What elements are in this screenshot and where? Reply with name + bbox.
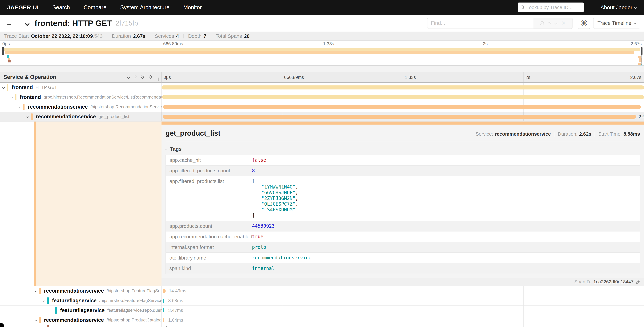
operation-name: /hipstershop.FeatureFlagService…	[106, 288, 162, 294]
clear-find-icon[interactable]: ✕	[562, 21, 566, 26]
collapse-span-chevron-icon[interactable]	[2, 86, 5, 88]
collapse-span-chevron-icon[interactable]	[10, 96, 13, 98]
span-duration-label: 2.62s	[639, 114, 644, 119]
timeline-column-header: Service & Operation 0μs 666.89ms 1.33s 2…	[0, 72, 644, 82]
span-bar[interactable]	[166, 326, 167, 327]
minimap-tick-labels: 0μs 666.89ms 1.33s 2s 2.67s	[0, 40, 644, 47]
service-name: frontend	[12, 84, 33, 90]
operation-name: get_product_list	[98, 114, 130, 119]
nav-item-monitor[interactable]: Monitor	[183, 4, 202, 10]
collapse-span-chevron-icon[interactable]	[34, 319, 37, 321]
depth-value: 7	[204, 33, 206, 39]
span-bar[interactable]	[163, 299, 164, 303]
span-id-value: 1ca2262df0e18447	[593, 279, 634, 284]
minimap-span-brown	[8, 60, 10, 62]
tag-row: app.cache_hitfalse	[166, 155, 640, 165]
service-name: featureflagservice	[60, 307, 104, 314]
trace-minimap[interactable]	[0, 47, 644, 66]
expand-one-icon[interactable]	[133, 75, 137, 78]
span-bar[interactable]	[162, 95, 644, 99]
indent-guides	[0, 296, 40, 305]
service-color-bar	[15, 94, 16, 100]
indent-guides	[0, 122, 32, 286]
collapse-trace-chevron-icon[interactable]	[25, 21, 30, 26]
expand-all-icon[interactable]	[149, 76, 152, 78]
divider	[166, 142, 640, 142]
span-bar[interactable]	[163, 318, 164, 322]
span-bar[interactable]	[163, 289, 166, 293]
span-row-productcatalog-call[interactable]: recommendationservice /hipstershop.Produ…	[0, 315, 644, 325]
tag-row: app.filtered_products.count8	[166, 165, 640, 176]
trace-header: ← frontend: HTTP GET 2f715fb ✕ ⌘ Trace T…	[0, 15, 644, 32]
column-resizer-handle[interactable]	[157, 78, 159, 81]
indent-guides	[0, 92, 8, 102]
next-match-icon[interactable]	[554, 22, 558, 25]
minimap-span-teal	[7, 55, 9, 58]
nav-item-search[interactable]: Search	[52, 4, 70, 10]
trace-title: frontend: HTTP GET	[34, 19, 112, 28]
brand-logo[interactable]: JAEGER UI	[7, 4, 38, 11]
span-row-featureflagservice-getflag[interactable]: featureflagservice /hipstershop.FeatureF…	[0, 296, 644, 306]
focus-match-icon[interactable]	[540, 21, 544, 25]
span-row-frontend-http-get[interactable]: frontend HTTP GET	[0, 82, 644, 92]
nav-item-system-architecture[interactable]: System Architecture	[120, 4, 170, 10]
services-value: 4	[176, 33, 179, 39]
tag-row: internal.span.formatproto	[166, 242, 640, 252]
span-bar[interactable]	[162, 86, 644, 90]
span-duration-label: 3.68ms	[168, 298, 183, 303]
service-color-bar	[39, 288, 41, 294]
minimap-tick: 0μs	[2, 41, 10, 46]
services-label: Services	[155, 33, 174, 39]
service-color-bar	[55, 307, 57, 314]
about-jaeger-menu[interactable]: About Jaeger	[600, 4, 636, 10]
back-button[interactable]: ←	[0, 15, 18, 32]
trace-id-lookup-input[interactable]	[518, 2, 584, 12]
trace-view-select[interactable]: Trace Timeline	[593, 18, 640, 29]
span-row-frontend-listrecommendations[interactable]: frontend grpc.hipstershop.Recommendation…	[0, 92, 644, 102]
span-row-featureflagservice-repo-query[interactable]: featureflagservice featureflagservice.re…	[0, 306, 644, 315]
span-bar[interactable]	[163, 308, 164, 312]
tag-row: app.products.count44530923	[166, 221, 640, 231]
service-color-bar	[31, 114, 32, 120]
nav-item-compare[interactable]: Compare	[84, 4, 106, 10]
jaeger-trace-page: JAEGER UI Search Compare System Architec…	[0, 0, 644, 327]
span-row-featureflagservice-call[interactable]: recommendationservice /hipstershop.Featu…	[0, 286, 644, 296]
span-bar[interactable]	[163, 115, 636, 119]
span-detail-row: get_product_list Service:recommendations…	[0, 122, 644, 286]
service-color-bar	[47, 298, 49, 304]
collapse-one-icon[interactable]	[127, 75, 130, 78]
service-name: featureflagservice	[52, 298, 96, 304]
collapse-span-chevron-icon[interactable]	[18, 106, 21, 108]
trace-id-short: 2f715fb	[116, 20, 138, 27]
minimap-span-orange	[638, 56, 641, 58]
tags-section-toggle[interactable]: Tags	[166, 146, 640, 152]
minimap-right-scrubber-handle[interactable]	[641, 47, 642, 55]
find-input[interactable]	[427, 18, 533, 29]
span-row-partial[interactable]	[0, 325, 644, 327]
operation-name: /hipstershop.RecommendationService/Lis…	[90, 104, 162, 110]
prev-match-icon[interactable]	[548, 22, 551, 25]
operation-name: featureflagservice.repo.query:fe…	[107, 308, 162, 313]
indent-guides	[0, 315, 32, 325]
tags-table: app.cache_hitfalse app.filtered_products…	[166, 155, 640, 274]
span-bar[interactable]	[163, 105, 641, 109]
collapse-span-chevron-icon[interactable]	[34, 290, 37, 292]
collapse-span-chevron-icon[interactable]	[26, 115, 29, 118]
link-icon[interactable]	[636, 279, 641, 284]
selected-span-color-bar	[34, 122, 36, 286]
span-rows: frontend HTTP GET frontend grpc.hipsters…	[0, 82, 644, 327]
span-row-recommendationservice-list[interactable]: recommendationservice /hipstershop.Recom…	[0, 102, 644, 112]
selected-span-bar-strip	[162, 122, 644, 124]
keyboard-shortcuts-button[interactable]: ⌘	[578, 18, 590, 29]
span-id-label: SpanID:	[574, 279, 591, 284]
span-row-get-product-list[interactable]: recommendationservice get_product_list 2…	[0, 112, 644, 122]
spacer	[0, 66, 644, 72]
tags-section-title: Tags	[170, 146, 182, 152]
collapse-all-icon[interactable]	[141, 76, 144, 78]
service-color-bar	[7, 84, 8, 91]
search-icon	[520, 5, 525, 10]
trace-summary-bar: Trace Start October 22 2022, 22:10:09.54…	[0, 32, 644, 40]
collapse-span-chevron-icon[interactable]	[43, 299, 45, 302]
minimap-left-scrubber-handle[interactable]	[2, 47, 4, 55]
indent-guides	[0, 112, 24, 121]
